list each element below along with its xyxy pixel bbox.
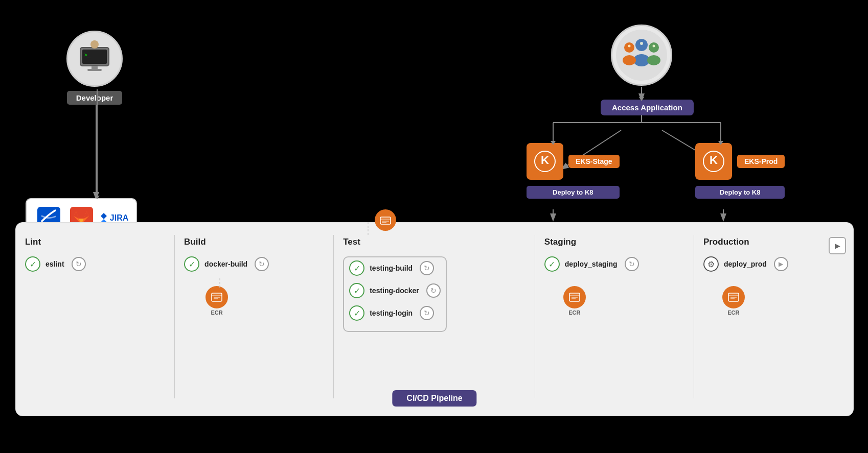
- eslint-label: eslint: [45, 260, 64, 268]
- pipeline-box: Lint ✓ eslint ↻ Build ✓ docker-build ↻: [15, 222, 854, 416]
- svg-rect-17: [380, 217, 391, 224]
- eks-prod-label: EKS-Prod: [737, 155, 785, 168]
- job-deploy-staging: ✓ deploy_staging ↻: [544, 256, 639, 272]
- access-application-box: Access Application: [601, 100, 694, 115]
- testing-docker-check-icon: ✓: [349, 283, 364, 298]
- testing-login-check-icon: ✓: [349, 305, 364, 321]
- stage-staging-title: Staging: [544, 237, 576, 247]
- deploy-prod-label: deploy_prod: [724, 260, 767, 268]
- eks-prod-icon: K: [695, 143, 732, 180]
- staging-ecr-label: ECR: [568, 309, 580, 316]
- svg-text:K: K: [541, 154, 549, 166]
- docker-build-label: docker-build: [204, 260, 247, 268]
- stage-production: Production ▶ ⚙ deploy_prod ▶: [694, 230, 853, 416]
- stage-lint: Lint ✓ eslint ↻: [16, 230, 175, 416]
- production-ecr-label: ECR: [727, 309, 739, 316]
- production-ecr-badge: ECR: [722, 286, 745, 316]
- eks-prod-node: K EKS-Prod Deploy to K8: [695, 143, 785, 199]
- production-play-btn[interactable]: ▶: [829, 237, 846, 254]
- production-ecr-icon: [722, 286, 745, 308]
- stage-test-title: Test: [343, 237, 360, 247]
- build-ecr-label: ECR: [211, 309, 222, 316]
- stage-build-title: Build: [184, 237, 206, 247]
- deploy-staging-label: deploy_staging: [565, 260, 618, 268]
- svg-point-35: [647, 55, 660, 65]
- developer-label: Developer: [67, 91, 123, 105]
- build-ecr-icon: [205, 286, 228, 308]
- testing-build-refresh-btn[interactable]: ↻: [420, 261, 434, 275]
- testing-docker-refresh-btn[interactable]: ↻: [426, 283, 441, 298]
- job-testing-login: ✓ testing-login ↻: [349, 305, 440, 321]
- developer-node: >_ Developer: [66, 31, 123, 105]
- users-group-node: [611, 25, 672, 89]
- svg-point-38: [653, 45, 655, 47]
- docker-build-refresh-btn[interactable]: ↻: [255, 257, 269, 271]
- eks-stage-node: K EKS-Stage Deploy to K8: [527, 143, 620, 199]
- testing-login-refresh-btn[interactable]: ↻: [420, 306, 434, 320]
- deploy-k8-prod-box: Deploy to K8: [695, 186, 785, 199]
- build-ecr-badge: ECR: [205, 286, 228, 316]
- stage-lint-title: Lint: [25, 237, 41, 247]
- docker-build-check-icon: ✓: [184, 256, 199, 272]
- svg-point-36: [640, 42, 643, 45]
- eks-stage-label: EKS-Stage: [568, 155, 620, 168]
- staging-ecr-icon: [563, 286, 586, 308]
- staging-ecr-badge: ECR: [563, 286, 586, 316]
- svg-text:>_: >_: [84, 52, 91, 58]
- testing-build-bubble: [375, 209, 396, 231]
- svg-point-12: [90, 40, 99, 49]
- stage-test: Test ✓: [334, 230, 535, 416]
- stage-production-title: Production: [703, 237, 749, 247]
- testing-build-label: testing-build: [370, 264, 413, 272]
- deploy-staging-check-icon: ✓: [544, 256, 560, 272]
- testing-build-check-icon: ✓: [349, 260, 364, 276]
- eslint-refresh-btn[interactable]: ↻: [72, 257, 86, 271]
- testing-build-bubble-icon: [375, 209, 396, 231]
- svg-point-34: [649, 42, 659, 53]
- deploy-prod-gear-icon: ⚙: [703, 256, 719, 272]
- developer-icon: >_: [74, 38, 115, 79]
- users-avatar: [611, 25, 672, 86]
- job-testing-docker: ✓ testing-docker ↻: [349, 283, 440, 298]
- svg-point-37: [628, 45, 631, 47]
- stage-staging: Staging ✓ deploy_staging ↻: [535, 230, 694, 416]
- job-testing-build: ✓ testing-build ↻: [349, 260, 440, 276]
- diagram-container: >_ Developer Confluence: [0, 0, 868, 453]
- svg-rect-11: [87, 69, 102, 71]
- deploy-staging-refresh-btn[interactable]: ↻: [625, 257, 639, 271]
- eslint-check-icon: ✓: [25, 256, 40, 272]
- developer-avatar: >_: [66, 31, 123, 87]
- eks-stage-icon: K: [527, 143, 563, 180]
- svg-text:K: K: [710, 154, 718, 166]
- testing-login-label: testing-login: [370, 309, 413, 317]
- svg-point-32: [624, 42, 634, 53]
- deploy-k8-stage-box: Deploy to K8: [527, 186, 620, 199]
- job-eslint: ✓ eslint ↻: [25, 256, 86, 272]
- deploy-prod-play-btn[interactable]: ▶: [774, 257, 788, 271]
- cicd-pipeline-label: CI/CD Pipeline: [392, 390, 476, 407]
- job-docker-build: ✓ docker-build ↻: [184, 256, 269, 272]
- svg-point-33: [623, 55, 636, 65]
- testing-docker-label: testing-docker: [370, 287, 419, 295]
- stage-build: Build ✓ docker-build ↻: [175, 230, 334, 416]
- job-deploy-prod: ⚙ deploy_prod ▶: [703, 256, 788, 272]
